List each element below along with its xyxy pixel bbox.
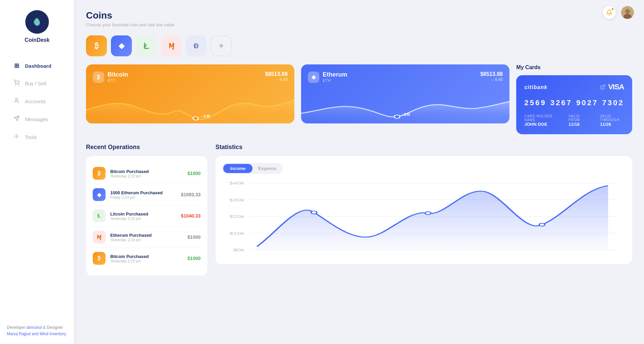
op-icon: Ɱ [93,231,106,243]
tools-icon [13,133,20,141]
btc-icon: ₿ [93,71,104,83]
list-item: ₿ Bitcoin Purchased Yesterday 2:23 pm $1… [93,163,201,184]
page-subtitle: Choose your favourite coin and see live … [86,22,632,27]
sidebar-item-dashboard[interactable]: ⊞ Dashboard [3,57,71,74]
svg-point-31 [311,211,317,214]
logo-area: CoinDesk [0,0,74,50]
op-name: Bitcoin Purchased [110,169,183,174]
svg-text:Mar: Mar [364,253,378,254]
designer-label: & Designer [42,325,63,330]
svg-text:$0k: $0k [233,248,245,252]
op-name: Bitcoin Purchased [110,254,183,259]
ethereum-chart-card: ◆ Etherum ETH $8513.88 ⬦ 8.45 [301,64,509,123]
stats-chart: $40k $30k $20k $10k $0k Jan Feb Mar Apr … [222,179,625,254]
nav-label-buy-sell: Buy / Sell [25,81,46,86]
developer-label: Developer [7,325,26,330]
coin-tab-xmr[interactable]: Ɱ [161,35,182,56]
svg-text:Jan: Jan [251,253,263,254]
nav-label-accounts: Accounts [25,98,46,104]
sidebar-item-accounts[interactable]: Accounts [3,93,71,110]
svg-point-33 [539,223,545,226]
svg-point-11 [394,115,400,118]
eth-name: Etherum [323,71,347,78]
btc-symbol: BTC [108,78,128,83]
app-name: CoinDesk [25,37,50,43]
my-cards-title: My Cards [516,64,632,70]
notification-button[interactable] [603,6,616,19]
user-avatar[interactable] [621,6,634,19]
op-icon: ₿ [93,167,106,180]
op-info: Bitcoin Purchased Yesterday 2:23 pm [110,254,183,263]
sidebar-footer: Developer iamruhul & Designer Manoj Rajp… [0,318,74,344]
op-amount: $1093.33 [181,192,201,197]
bitcoin-chart-card: ₿ Bitcoin BTC $8513.88 ⬦ 8.45 [86,64,294,123]
coin-tab-eth[interactable]: ◆ [111,35,132,56]
designer-link[interactable]: Manoj Rajput and Mind Inventory [7,332,66,336]
coin-tabs: ₿ ◆ Ł Ɱ Đ + [86,35,632,56]
bank-name: citibank [524,84,547,91]
btc-price-btc: ⬦ 8.45 [265,77,288,82]
btc-price-usd: $8513.88 [265,71,288,77]
statistics-title: Statistics [215,144,632,151]
list-item: ◆ 1000 Etherum Purchased Friday 2:23 pm … [93,184,201,205]
ops-list: ₿ Bitcoin Purchased Yesterday 2:23 pm $1… [93,163,201,269]
btc-chart-area: -18 [86,90,294,123]
recent-ops-title: Recent Operations [86,144,207,151]
op-info: Bitcoin Purchased Yesterday 2:23 pm [110,169,183,178]
op-time: Yesterday 2:23 pm [110,259,183,263]
nav-label-dashboard: Dashboard [25,63,51,69]
coin-tab-dash[interactable]: Đ [186,35,207,56]
coin-tab-add[interactable]: + [211,35,232,56]
svg-text:$20k: $20k [229,214,245,219]
logo-circle [25,10,49,34]
header-bar [603,6,634,19]
card-number: 2569 3267 9027 7302 [524,98,624,107]
list-item: Ł Litcoin Purchased Yesterday 2:23 pm $1… [93,205,201,227]
list-item: ₿ Bitcoin Purchased Yesterday 2:23 pm $1… [93,248,201,269]
bottom-row: Recent Operations ₿ Bitcoin Purchased Ye… [86,144,632,276]
notification-badge [611,7,614,11]
op-name: 1000 Etherum Purchased [110,190,176,195]
sidebar-item-tools[interactable]: Tools [3,128,71,146]
svg-text:-18: -18 [201,114,210,118]
list-item: Ɱ Etherum Purchased Yesterday 2:23 pm $1… [93,227,201,248]
svg-text:-16: -16 [402,112,410,116]
nav-label-messages: Messages [25,116,48,122]
op-time: Yesterday 2:23 pm [110,174,183,178]
main-content: Coins Choose your favourite coin and see… [74,0,644,344]
my-cards-section: My Cards citibank VISA 2569 3267 9027 73… [516,64,632,134]
ops-card: ₿ Bitcoin Purchased Yesterday 2:23 pm $1… [86,156,207,276]
sidebar-item-buy-sell[interactable]: Buy / Sell [3,75,71,92]
valid-from-label: VALID FROM [568,114,586,122]
income-toggle[interactable]: Income [223,164,253,173]
op-time: Yesterday 2:23 pm [110,238,183,242]
expense-toggle[interactable]: Expence [253,164,282,173]
card-holder-name: JOHN DOE [524,122,555,127]
sidebar-item-messages[interactable]: Messages [3,111,71,128]
coin-tab-btc[interactable]: ₿ [86,35,107,56]
op-amount: $1040.33 [181,213,201,219]
recent-operations: Recent Operations ₿ Bitcoin Purchased Ye… [86,144,207,276]
svg-text:May: May [478,253,493,254]
svg-point-32 [425,212,431,215]
eth-chart-area: -16 [301,90,509,123]
svg-text:Jun: Jun [536,253,548,254]
svg-text:Jul: Jul [603,253,613,254]
page-title: Coins [86,10,632,21]
valid-through: 11/26 [600,122,624,127]
op-info: 1000 Etherum Purchased Friday 2:23 pm [110,190,176,199]
svg-text:Apr: Apr [422,253,434,254]
sidebar: CoinDesk ⊞ Dashboard Buy / Sell Accounts… [0,0,74,344]
svg-text:$10k: $10k [229,231,245,236]
eth-price-usd: $8513.88 [480,71,503,77]
svg-point-7 [625,9,630,14]
valid-from: 11/18 [568,122,586,127]
op-time: Friday 2:23 pm [110,195,176,199]
svg-text:$40k: $40k [229,181,245,185]
cart-icon [13,80,20,87]
op-icon: ₿ [93,252,106,265]
developer-link[interactable]: iamruhul [26,325,42,330]
messages-icon [13,115,20,123]
coin-tab-ltc[interactable]: Ł [136,35,157,56]
op-info: Etherum Purchased Yesterday 2:23 pm [110,233,183,242]
